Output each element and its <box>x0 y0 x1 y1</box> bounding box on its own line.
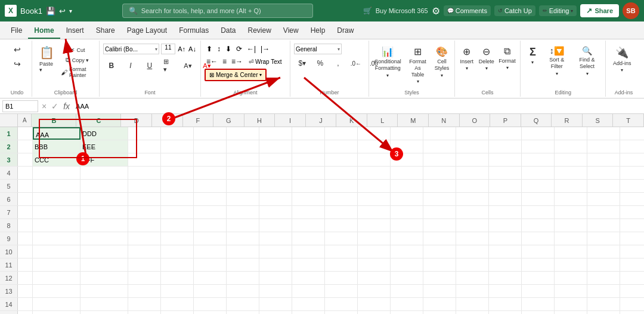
cell[interactable] <box>456 206 489 218</box>
cell[interactable] <box>423 311 456 314</box>
cell[interactable] <box>227 193 259 205</box>
col-header-k[interactable]: K <box>336 114 367 127</box>
tab-data[interactable]: Data <box>215 23 242 39</box>
cell[interactable] <box>227 285 259 297</box>
cell[interactable] <box>620 298 644 310</box>
cell[interactable]: CCC <box>33 153 80 166</box>
row-number[interactable]: 1 <box>0 127 18 140</box>
cell[interactable] <box>620 193 644 205</box>
cell[interactable] <box>80 298 128 310</box>
cell[interactable] <box>555 245 587 258</box>
cell[interactable] <box>194 285 227 297</box>
cell[interactable] <box>456 193 489 205</box>
cell[interactable] <box>587 167 620 179</box>
cell[interactable]: FFF <box>80 153 128 166</box>
cell[interactable] <box>391 206 423 218</box>
cell[interactable] <box>161 311 194 314</box>
col-header-o[interactable]: O <box>460 114 491 127</box>
cell[interactable] <box>80 180 128 192</box>
wrap-text-button[interactable]: ⏎ Wrap Text <box>246 57 285 66</box>
cell[interactable] <box>18 167 33 179</box>
tab-insert[interactable]: Insert <box>60 23 90 39</box>
cell[interactable] <box>522 272 555 284</box>
save-icon[interactable]: 💾 <box>46 7 55 16</box>
cell[interactable] <box>391 245 423 258</box>
currency-button[interactable]: $▾ <box>294 57 311 69</box>
cell[interactable] <box>194 140 227 153</box>
col-header-m[interactable]: M <box>398 114 429 127</box>
col-header-t[interactable]: T <box>613 114 644 127</box>
cell[interactable] <box>80 311 128 314</box>
cell[interactable] <box>194 193 227 205</box>
cell[interactable] <box>555 180 587 192</box>
cell[interactable] <box>194 245 227 258</box>
cell[interactable] <box>18 219 33 232</box>
cell[interactable] <box>423 219 456 232</box>
cell[interactable] <box>128 167 161 179</box>
cell[interactable] <box>18 245 33 258</box>
cell[interactable] <box>391 232 423 245</box>
cell[interactable] <box>18 206 33 218</box>
cell[interactable] <box>522 232 555 245</box>
cell[interactable] <box>522 180 555 192</box>
cell[interactable] <box>587 153 620 166</box>
row-number[interactable]: 7 <box>0 206 18 218</box>
cell[interactable] <box>555 193 587 205</box>
cell[interactable] <box>456 311 489 314</box>
cell[interactable]: AAA <box>33 127 80 140</box>
tab-pagelayout[interactable]: Page Layout <box>121 23 173 39</box>
cell[interactable] <box>80 232 128 245</box>
cell[interactable] <box>489 285 522 297</box>
catchup-button[interactable]: ↺ Catch Up <box>494 5 535 16</box>
cell[interactable] <box>128 193 161 205</box>
redo-button[interactable]: ↪ <box>9 57 26 70</box>
cell[interactable] <box>18 180 33 192</box>
cell[interactable] <box>555 258 587 271</box>
cell[interactable] <box>391 153 423 166</box>
cell[interactable] <box>325 167 358 179</box>
cell[interactable] <box>456 127 489 140</box>
align-bottom-button[interactable]: ⬇ <box>224 44 233 54</box>
cell[interactable] <box>423 140 456 153</box>
cell[interactable] <box>292 140 325 153</box>
cell[interactable] <box>489 311 522 314</box>
cell[interactable] <box>522 245 555 258</box>
cell[interactable] <box>259 285 292 297</box>
cell[interactable] <box>555 127 587 140</box>
cell[interactable] <box>227 206 259 218</box>
cell[interactable] <box>391 167 423 179</box>
cell[interactable] <box>358 219 391 232</box>
insert-cells-button[interactable]: ⊕ Insert ▾ <box>459 44 475 73</box>
cell[interactable] <box>194 153 227 166</box>
align-right-button[interactable]: ≡→ <box>230 56 244 67</box>
cell[interactable] <box>423 245 456 258</box>
cell[interactable] <box>80 245 128 258</box>
cell[interactable] <box>555 298 587 310</box>
cell[interactable] <box>456 140 489 153</box>
cell[interactable] <box>587 232 620 245</box>
row-number[interactable]: 10 <box>0 245 18 258</box>
cell[interactable] <box>522 298 555 310</box>
tab-formulas[interactable]: Formulas <box>173 23 215 39</box>
cell[interactable] <box>391 272 423 284</box>
row-number[interactable]: 8 <box>0 219 18 232</box>
cell[interactable] <box>620 272 644 284</box>
cell[interactable] <box>161 153 194 166</box>
undo-title-icon[interactable]: ↩ <box>59 7 66 16</box>
cell[interactable] <box>292 206 325 218</box>
cell[interactable] <box>161 140 194 153</box>
decrease-decimal-button[interactable]: .0← <box>348 59 364 69</box>
cell[interactable] <box>358 127 391 140</box>
cell[interactable] <box>292 167 325 179</box>
row-number[interactable]: 6 <box>0 193 18 205</box>
cell[interactable] <box>587 311 620 314</box>
format-painter-button[interactable]: 🖌 Format Painter <box>59 66 95 79</box>
cell[interactable] <box>325 298 358 310</box>
cell[interactable] <box>522 127 555 140</box>
row-number[interactable]: 9 <box>0 232 18 245</box>
font-name-dropdown[interactable]: Calibri (Bo... ▾ <box>103 44 159 54</box>
cell[interactable] <box>128 232 161 245</box>
cell[interactable] <box>194 298 227 310</box>
cell[interactable] <box>128 127 161 140</box>
cell[interactable] <box>194 232 227 245</box>
